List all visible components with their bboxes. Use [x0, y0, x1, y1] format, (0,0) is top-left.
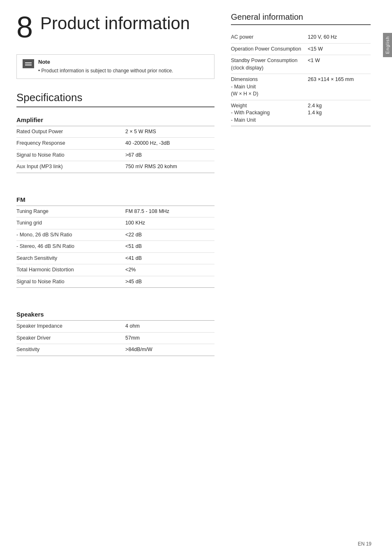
row-value: <41 dB [125, 252, 214, 264]
table-row: - Mono, 26 dB S/N Ratio <22 dB [16, 229, 214, 241]
note-icon-line2 [25, 65, 32, 65]
right-column: General information AC power 120 V, 60 H… [231, 12, 371, 543]
note-icon-line1 [25, 62, 32, 63]
left-column: 8 Product information Note • Product inf… [16, 12, 214, 543]
row-label: Signal to Noise Ratio [16, 149, 125, 161]
side-tab: English [383, 33, 392, 57]
row-value: <1 W [308, 55, 371, 74]
row-label: Tuning Range [16, 206, 125, 217]
row-label: Standby Power Consumption (clock display… [231, 55, 308, 74]
table-row: Total Harmonic Distortion <2% [16, 264, 214, 276]
page-footer: EN 19 [358, 541, 371, 547]
table-row: AC power 120 V, 60 Hz [231, 32, 371, 43]
speakers-table: Speakers Speaker Impedance 4 ohm Speaker… [16, 308, 214, 356]
table-row: Tuning Range FM 87.5 - 108 MHz [16, 206, 214, 217]
row-label: AC power [231, 32, 308, 43]
note-icon [23, 59, 34, 68]
fm-title: FM [16, 194, 214, 206]
chapter-title: Product information [40, 14, 190, 33]
fm-body: Tuning Range FM 87.5 - 108 MHz Tuning gr… [16, 206, 214, 288]
row-label: Rated Output Power [16, 126, 125, 138]
note-box: Note • Product information is subject to… [16, 54, 214, 79]
amplifier-table: Amplifier Rated Output Power 2 × 5 W RMS… [16, 114, 214, 173]
amplifier-body: Rated Output Power 2 × 5 W RMS Frequency… [16, 126, 214, 173]
row-label: Operation Power Consumption [231, 43, 308, 55]
row-label: Weight - With Packaging - Main Unit [231, 100, 308, 126]
table-row: Rated Output Power 2 × 5 W RMS [16, 126, 214, 138]
row-value: <22 dB [125, 229, 214, 241]
row-label: Aux Input (MP3 link) [16, 161, 125, 173]
row-value: >45 dB [125, 276, 214, 288]
table-row: Speaker Driver 57mm [16, 332, 214, 344]
table-row: Standby Power Consumption (clock display… [231, 55, 371, 74]
row-label: Frequency Response [16, 138, 125, 150]
row-value: >67 dB [125, 149, 214, 161]
table-row: - Stereo, 46 dB S/N Ratio <51 dB [16, 241, 214, 253]
row-label: Speaker Impedance [16, 321, 125, 333]
row-label: - Stereo, 46 dB S/N Ratio [16, 241, 125, 253]
note-content: Note • Product information is subject to… [38, 59, 173, 74]
specifications-title: Specifications [16, 91, 214, 107]
amplifier-title: Amplifier [16, 114, 214, 126]
row-label: Speaker Driver [16, 332, 125, 344]
chapter-number: 8 [16, 12, 33, 42]
row-value: 2.4 kg1.4 kg [308, 100, 371, 126]
table-row: Search Sensitivity <41 dB [16, 252, 214, 264]
table-row: Signal to Noise Ratio >67 dB [16, 149, 214, 161]
row-label: Total Harmonic Distortion [16, 264, 125, 276]
row-label: Signal to Noise Ratio [16, 276, 125, 288]
row-value: <2% [125, 264, 214, 276]
table-row: Aux Input (MP3 link) 750 mV RMS 20 kohm [16, 161, 214, 173]
note-label: Note [38, 59, 173, 65]
table-row: Sensitivity >84dB/m/W [16, 344, 214, 356]
table-row: Frequency Response 40 -20000 Hz, -3dB [16, 138, 214, 150]
general-body: AC power 120 V, 60 Hz Operation Power Co… [231, 32, 371, 126]
speakers-body: Speaker Impedance 4 ohm Speaker Driver 5… [16, 321, 214, 356]
row-value: 40 -20000 Hz, -3dB [125, 138, 214, 150]
row-value: 750 mV RMS 20 kohm [125, 161, 214, 173]
table-row: Dimensions - Main Unit(W × H × D) 263 ×1… [231, 74, 371, 100]
side-tab-label: English [385, 36, 390, 54]
row-value: <51 dB [125, 241, 214, 253]
table-row: Operation Power Consumption <15 W [231, 43, 371, 55]
row-value: <15 W [308, 43, 371, 55]
row-value: 100 KHz [125, 217, 214, 229]
row-label: Sensitivity [16, 344, 125, 356]
row-value: 2 × 5 W RMS [125, 126, 214, 138]
table-row: Speaker Impedance 4 ohm [16, 321, 214, 333]
row-label: Search Sensitivity [16, 252, 125, 264]
row-value: 120 V, 60 Hz [308, 32, 371, 43]
row-label: Dimensions - Main Unit(W × H × D) [231, 74, 308, 100]
row-value: 57mm [125, 332, 214, 344]
general-table: AC power 120 V, 60 Hz Operation Power Co… [231, 32, 371, 126]
row-label: - Mono, 26 dB S/N Ratio [16, 229, 125, 241]
general-info-title: General information [231, 12, 371, 25]
fm-table: FM Tuning Range FM 87.5 - 108 MHz Tuning… [16, 194, 214, 288]
table-row: Signal to Noise Ratio >45 dB [16, 276, 214, 288]
row-value: FM 87.5 - 108 MHz [125, 206, 214, 217]
row-value: 263 ×114 × 165 mm [308, 74, 371, 100]
chapter-heading: 8 Product information [16, 12, 214, 42]
table-row: Tuning grid 100 KHz [16, 217, 214, 229]
speakers-title: Speakers [16, 308, 214, 321]
note-text: • Product information is subject to chan… [38, 67, 173, 74]
row-value: 4 ohm [125, 321, 214, 333]
row-label: Tuning grid [16, 217, 125, 229]
table-row: Weight - With Packaging - Main Unit 2.4 … [231, 100, 371, 126]
row-value: >84dB/m/W [125, 344, 214, 356]
